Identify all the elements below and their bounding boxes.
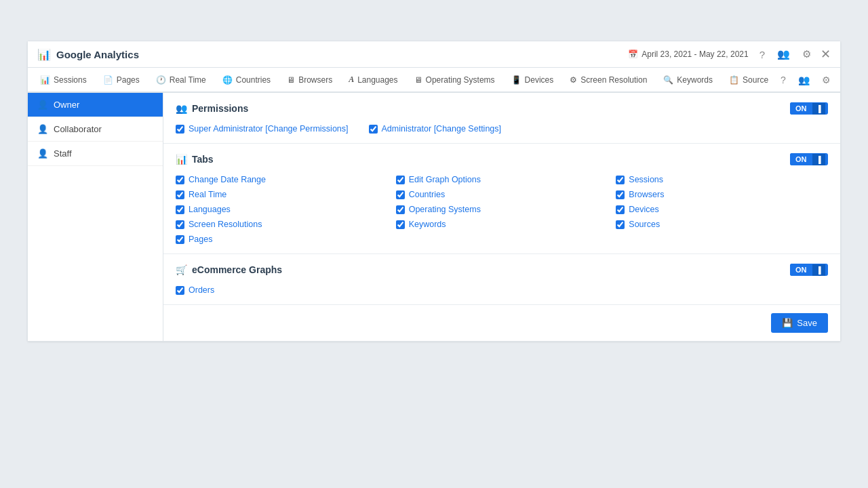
nav-settings-icon[interactable]: ⚙ <box>818 72 835 88</box>
permission-admin-checkbox[interactable] <box>369 125 378 134</box>
tab-languages[interactable]: A Languages <box>340 68 406 93</box>
tab-check-devices[interactable]: Devices <box>616 205 828 214</box>
tab-check-countries-input[interactable] <box>396 190 405 199</box>
tab-check-edit-graph-label: Edit Graph Options <box>409 175 481 184</box>
permission-admin[interactable]: Administrator [Change Settings] <box>369 124 501 134</box>
sidebar-item-staff[interactable]: 👤 Staff <box>28 142 163 166</box>
settings-icon[interactable]: ⚙ <box>800 47 814 62</box>
languages-tab-icon: A <box>349 75 354 85</box>
panel-title: 📊 Google Analytics <box>37 48 139 61</box>
permission-super-admin-checkbox[interactable] <box>176 125 184 134</box>
ecommerce-check-orders-label: Orders <box>189 285 214 295</box>
tab-check-os-input[interactable] <box>396 205 405 214</box>
tab-devices[interactable]: 📱 Devices <box>503 68 562 93</box>
tab-check-keywords[interactable]: Keywords <box>396 220 608 229</box>
tab-check-change-date[interactable]: Change Date Range <box>176 175 388 184</box>
tab-check-browsers-input[interactable] <box>616 190 625 199</box>
pages-tab-icon: 📄 <box>103 75 113 85</box>
tabs-icon: 📊 <box>176 154 187 165</box>
tab-check-sessions-input[interactable] <box>616 176 625 184</box>
tab-check-sources[interactable]: Sources <box>616 220 828 229</box>
permission-super-admin-label: Super Administrator [Change Permissions] <box>189 124 349 134</box>
permissions-row: Super Administrator [Change Permissions]… <box>176 124 828 134</box>
tab-check-realtime[interactable]: Real Time <box>176 190 388 199</box>
permissions-section: 👥 Permissions ON ▐ Super Administrator [… <box>163 93 840 144</box>
permission-admin-label: Administrator [Change Settings] <box>382 124 501 134</box>
permissions-toggle-knob: ▐ <box>812 103 825 115</box>
tab-check-os-label: Operating Systems <box>409 205 481 214</box>
sidebar-item-owner[interactable]: 👤 Owner <box>28 93 163 117</box>
tab-check-keywords-input[interactable] <box>396 220 405 229</box>
sidebar-item-collaborator[interactable]: 👤 Collaborator <box>28 117 163 142</box>
nav-tabs: 📊 Sessions 📄 Pages 🕐 Real Time 🌐 Countri… <box>28 68 840 93</box>
tab-check-pages[interactable]: Pages <box>176 235 388 244</box>
tab-check-browsers-label: Browsers <box>629 190 664 199</box>
permissions-toggle[interactable]: ON ▐ <box>790 102 828 115</box>
ecommerce-toggle[interactable]: ON ▐ <box>790 264 828 276</box>
tab-check-change-date-input[interactable] <box>176 176 184 184</box>
tab-os-label: Operating Systems <box>426 75 495 85</box>
date-range-text: April 23, 2021 - May 22, 2021 <box>642 49 748 59</box>
tabs-toggle[interactable]: ON ▐ <box>790 153 828 165</box>
ecommerce-check-orders-input[interactable] <box>176 286 184 295</box>
save-button[interactable]: 💾 Save <box>771 313 828 333</box>
tab-os[interactable]: 🖥 Operating Systems <box>406 68 503 93</box>
permission-super-admin[interactable]: Super Administrator [Change Permissions] <box>176 124 349 134</box>
tab-check-pages-input[interactable] <box>176 235 184 244</box>
tab-check-change-date-label: Change Date Range <box>189 175 266 184</box>
tab-check-pages-label: Pages <box>189 235 212 244</box>
save-icon: 💾 <box>782 318 793 328</box>
tab-pages[interactable]: 📄 Pages <box>95 68 148 93</box>
tab-check-languages-label: Languages <box>189 205 231 214</box>
save-area: 💾 Save <box>163 305 840 341</box>
tab-countries[interactable]: 🌐 Countries <box>214 68 279 93</box>
tab-check-sessions-label: Sessions <box>629 175 663 184</box>
tab-sessions[interactable]: 📊 Sessions <box>32 68 95 93</box>
tab-check-os[interactable]: Operating Systems <box>396 205 608 214</box>
tab-check-edit-graph[interactable]: Edit Graph Options <box>396 175 608 184</box>
tab-keywords-label: Keywords <box>677 75 713 85</box>
ecommerce-toggle-label: ON <box>790 264 812 276</box>
help-icon[interactable]: ? <box>757 47 768 62</box>
tab-check-countries-label: Countries <box>409 190 446 199</box>
analytics-icon: 📊 <box>37 48 51 61</box>
nav-users-icon[interactable]: 👥 <box>794 72 814 88</box>
tab-check-browsers[interactable]: Browsers <box>616 190 828 199</box>
sidebar-item-owner-label: Owner <box>54 100 79 110</box>
tab-check-edit-graph-input[interactable] <box>396 176 405 184</box>
ecommerce-check-orders[interactable]: Orders <box>176 285 828 295</box>
tab-check-screen-res[interactable]: Screen Resolutions <box>176 220 388 229</box>
countries-tab-icon: 🌐 <box>222 75 233 85</box>
tab-check-sessions[interactable]: Sessions <box>616 175 828 184</box>
realtime-tab-icon: 🕐 <box>156 75 166 85</box>
tab-source[interactable]: 📋 Source <box>721 68 776 93</box>
ecommerce-section: 🛒 eCommerce Graphs ON ▐ Orders <box>163 254 840 305</box>
tab-countries-label: Countries <box>236 75 271 85</box>
tab-screen-resolution[interactable]: ⚙ Screen Resolution <box>561 68 655 93</box>
date-range: 📅 April 23, 2021 - May 22, 2021 <box>628 49 748 59</box>
tab-browsers[interactable]: 🖥 Browsers <box>279 68 340 93</box>
tab-check-screen-res-label: Screen Resolutions <box>189 220 262 229</box>
permissions-title: Permissions <box>192 103 248 114</box>
tab-languages-label: Languages <box>357 75 397 85</box>
tab-check-languages[interactable]: Languages <box>176 205 388 214</box>
panel-title-text: Google Analytics <box>56 49 139 60</box>
tab-browsers-label: Browsers <box>298 75 332 85</box>
tab-check-countries[interactable]: Countries <box>396 190 608 199</box>
ecommerce-title: eCommerce Graphs <box>192 264 282 275</box>
tab-source-label: Source <box>743 75 768 85</box>
users-icon[interactable]: 👥 <box>774 47 793 62</box>
close-icon[interactable]: ✕ <box>821 47 831 62</box>
owner-icon: 👤 <box>37 100 48 110</box>
tab-keywords[interactable]: 🔍 Keywords <box>655 68 721 93</box>
tab-realtime[interactable]: 🕐 Real Time <box>148 68 214 93</box>
tab-check-realtime-input[interactable] <box>176 190 184 199</box>
tab-check-devices-input[interactable] <box>616 205 625 214</box>
tab-check-languages-input[interactable] <box>176 205 184 214</box>
tab-screen-label: Screen Resolution <box>580 75 647 85</box>
tab-check-screen-res-input[interactable] <box>176 220 184 229</box>
keywords-tab-icon: 🔍 <box>663 75 673 85</box>
tab-check-sources-input[interactable] <box>616 220 625 229</box>
nav-help-icon[interactable]: ? <box>776 72 790 88</box>
tabs-toggle-knob: ▐ <box>812 154 825 165</box>
